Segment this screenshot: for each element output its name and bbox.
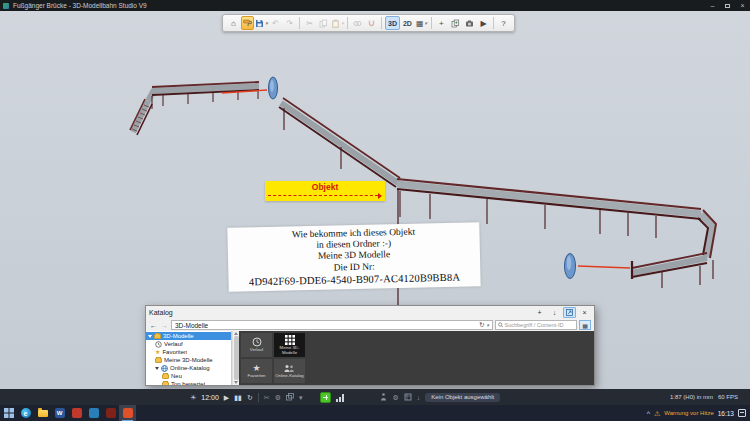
tree-item-online-katalog[interactable]: Online-Katalog [146,364,231,372]
chevron-down-icon[interactable]: ▾ [486,323,489,328]
platform-grid-button[interactable] [320,392,331,403]
tile-favoriten[interactable]: ★ Favoriten [241,359,272,383]
katalog-dock-button[interactable] [563,307,576,318]
katalog-add-button[interactable]: + [533,307,546,318]
redo-button[interactable]: ↷ [283,16,296,30]
taskbar-file-explorer[interactable] [34,405,51,421]
nav-back-button[interactable]: ← [149,322,158,329]
lens-object-right[interactable] [565,254,576,279]
scroll-thumb[interactable] [234,336,239,380]
taskbar-app-blue[interactable] [85,405,102,421]
tray-expand-chevron[interactable]: ^ [647,410,650,417]
katalog-panel: Katalog + ↓ × ← → 3D-Modelle ↻ ▾ [145,305,595,386]
cut-button[interactable]: ✂ [303,16,316,30]
taskbar-clock[interactable]: 16:13 [718,410,734,417]
download-button[interactable]: ↓ [417,394,421,401]
star-icon: ★ [252,364,260,373]
play-button[interactable]: ▶ [477,16,490,30]
katalog-titlebar[interactable]: Katalog + ↓ × [146,306,594,319]
start-button[interactable] [0,405,17,421]
tree-item-neu[interactable]: Neu [146,372,231,380]
tile-meine-3d-modelle[interactable]: Meine 3D-Modelle [274,333,305,357]
chevron-down-icon: ▾ [265,21,268,26]
taskbar-app-darkred[interactable] [102,405,119,421]
tile-online-katalog[interactable]: Online-Katalog [274,359,305,383]
expander-icon[interactable] [148,335,152,338]
bridge-switchback-right[interactable] [632,210,716,288]
taskbar-word[interactable]: W [51,405,68,421]
katalog-import-button[interactable]: ↓ [548,307,561,318]
view-2d-button[interactable]: 2D [401,16,414,30]
duplicate-button[interactable] [449,16,462,30]
bridge-ramp-diagonal[interactable] [279,98,400,187]
simulation-time[interactable]: 12:00 [201,394,219,401]
refresh-icon[interactable]: ↻ [479,321,484,329]
layers-button[interactable] [286,393,294,402]
bridge-stairs-left[interactable] [130,99,152,135]
settings-button[interactable]: ⚙ [275,394,281,401]
tree-item-3d-modelle[interactable]: 3D-Modelle [146,332,231,340]
tree-item-favoriten[interactable]: ★ Favoriten [146,348,231,356]
action-center-icon[interactable] [738,409,746,417]
statistics-button[interactable] [336,393,344,402]
lens-object-left[interactable] [269,77,278,99]
undo-button[interactable]: ↶ [269,16,282,30]
paint-roller-button[interactable] [241,16,254,30]
taskbar-app-red[interactable] [68,405,85,421]
catalog-search-input[interactable] [504,322,574,328]
cut-tool-button[interactable]: ✂ [264,394,270,401]
3d-viewport[interactable]: ⌂ ▾ ↶ ↷ ✂ ▾ [0,11,750,389]
link-button[interactable] [351,16,364,30]
tree-scrollbar[interactable] [232,331,239,385]
add-object-button[interactable]: + [435,16,448,30]
taskbar-edge[interactable]: e [17,405,34,421]
tree-item-label: Neu [171,373,182,379]
expander-icon[interactable] [155,367,159,370]
tree-item-meine-3d-modelle[interactable]: Meine 3D-Modelle [146,356,231,364]
arrow-dash-line [268,195,378,196]
scroll-down-icon[interactable] [234,381,238,384]
screenshot-button[interactable] [463,16,476,30]
tile-verlauf[interactable]: Verlauf [241,333,272,357]
weather-warning-text[interactable]: Warnung vor Hitze [664,410,713,416]
more-options-chevron[interactable]: ▾ [299,394,303,401]
system-tray: ^ ⚠ Warnung vor Hitze 16:13 [647,409,750,417]
taskbar-3d-studio-active[interactable] [119,405,136,421]
copy-button[interactable] [317,16,330,30]
maximize-icon [725,4,730,8]
toolbar-separator [431,17,432,29]
walk-mode-button[interactable] [380,393,387,402]
paste-button[interactable]: ▾ [331,16,344,30]
magnet-button[interactable] [365,16,378,30]
katalog-close-button[interactable]: × [578,307,591,318]
scroll-up-icon[interactable] [234,332,238,335]
save-button[interactable]: ▾ [255,16,268,30]
paste-icon [331,19,340,28]
pause-button[interactable]: ▮▮ [234,394,242,401]
gear-button[interactable]: ⚙ [392,394,398,401]
fps-indicator: 60 FPS [718,394,738,400]
view-3d-button[interactable]: 3D [385,16,400,30]
tree-item-verlauf[interactable]: Verlauf [146,340,231,348]
tile-label: Favoriten [248,374,266,379]
layout-button[interactable]: ▦ ▾ [415,16,428,30]
nav-forward-button[interactable]: → [160,322,169,329]
tree-item-top-bewertet[interactable]: Top bewertet [146,380,231,385]
play-button[interactable]: ▶ [224,394,229,401]
catalog-path-combo[interactable]: 3D-Modelle ↻ ▾ [171,320,493,330]
camera-icon [465,19,474,28]
object-list-button[interactable] [404,393,412,402]
reset-time-button[interactable]: ↻ [247,394,253,401]
close-button[interactable]: × [735,0,750,11]
view-mode-button[interactable]: ▦ [579,320,591,330]
warning-icon[interactable]: ⚠ [654,410,660,417]
maximize-button[interactable] [720,0,735,11]
bridge-deck-upper-left[interactable] [148,82,259,109]
paint-roller-icon [243,19,252,28]
daylight-icon[interactable]: ☀ [190,394,196,401]
window-titlebar: Fußgänger Brücke - 3D-Modellbahn Studio … [0,0,750,11]
minimize-button[interactable]: – [705,0,720,11]
studio-app-icon [123,408,133,418]
help-button[interactable]: ? [497,16,510,30]
home-button[interactable]: ⌂ [227,16,240,30]
